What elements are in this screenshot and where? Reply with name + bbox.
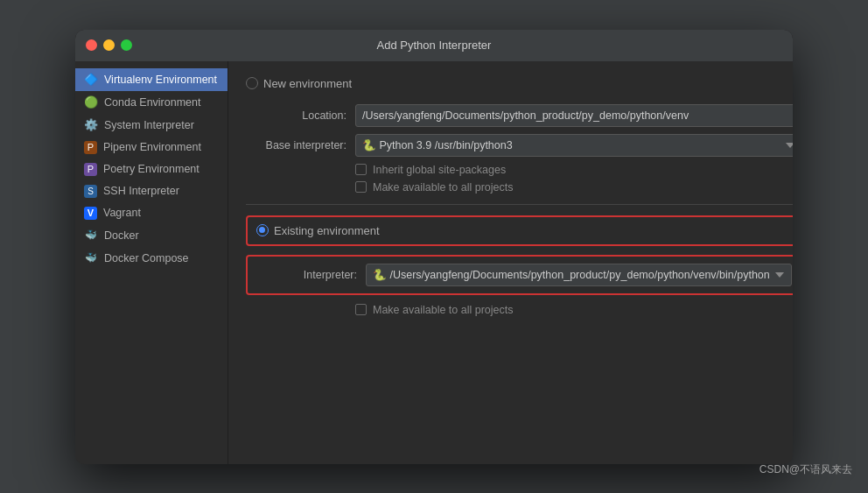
- conda-icon: 🟢: [84, 95, 98, 109]
- sidebar-item-label: Conda Environment: [104, 96, 200, 109]
- system-icon: ⚙️: [84, 118, 98, 132]
- sidebar: 🔷 Virtualenv Environment 🟢 Conda Environ…: [75, 61, 228, 464]
- sidebar-item-label: System Interpreter: [104, 119, 194, 131]
- location-field-container: 📁: [355, 104, 793, 127]
- base-interpreter-select[interactable]: 🐍 Python 3.9 /usr/bin/python3: [355, 134, 793, 157]
- sidebar-item-label: Pipenv Environment: [103, 141, 201, 153]
- base-interpreter-label: Base interpreter:: [246, 139, 346, 151]
- ssh-icon: S: [84, 185, 97, 198]
- sidebar-item-label: Docker Compose: [104, 252, 189, 264]
- sidebar-item-label: SSH Interpreter: [103, 185, 179, 197]
- maximize-button[interactable]: [121, 39, 132, 51]
- title-bar: Add Python Interpreter: [75, 30, 793, 61]
- watermark: CSDN@不语风来去: [760, 462, 852, 477]
- main-content: New environment Location: 📁 Base interpr…: [228, 61, 793, 464]
- sidebar-item-docker[interactable]: 🐳 Docker: [75, 224, 228, 247]
- available2-label: Make available to all projects: [373, 304, 514, 316]
- interpreter-section: Interpreter: 🐍 /Users/yangfeng/Documents…: [246, 255, 793, 295]
- existing-environment-label: Existing environment: [274, 224, 380, 237]
- existing-environment-section: Existing environment: [246, 215, 793, 246]
- sidebar-item-conda[interactable]: 🟢 Conda Environment: [75, 91, 228, 114]
- available-checkbox-row: Make available to all projects: [246, 181, 793, 194]
- sidebar-item-pipenv[interactable]: P Pipenv Environment: [75, 137, 228, 158]
- existing-environment-radio[interactable]: [256, 224, 269, 236]
- close-button[interactable]: [86, 39, 97, 51]
- environment-radio-group: New environment: [246, 77, 793, 90]
- pipenv-icon: P: [84, 141, 97, 154]
- sidebar-item-docker-compose[interactable]: 🐳 Docker Compose: [75, 247, 228, 270]
- base-interpreter-container: 🐍 Python 3.9 /usr/bin/python3 ...: [355, 134, 793, 157]
- sidebar-item-label: Virtualenv Environment: [104, 74, 217, 86]
- interpreter-label: Interpreter:: [256, 269, 357, 281]
- location-input[interactable]: [355, 104, 793, 127]
- new-environment-option[interactable]: New environment: [246, 77, 352, 90]
- inherit-checkbox[interactable]: [355, 164, 367, 175]
- dialog-title: Add Python Interpreter: [377, 39, 492, 52]
- new-environment-radio[interactable]: [246, 77, 258, 89]
- new-environment-label: New environment: [263, 77, 352, 90]
- available-label: Make available to all projects: [373, 181, 514, 194]
- available-checkbox[interactable]: [355, 181, 367, 193]
- sidebar-item-system[interactable]: ⚙️ System Interpreter: [75, 114, 228, 137]
- available2-checkbox-row: Make available to all projects: [246, 304, 793, 316]
- location-label: Location:: [246, 109, 346, 122]
- poetry-icon: P: [84, 163, 97, 176]
- inherit-label: Inherit global site-packages: [373, 164, 506, 176]
- divider: [246, 204, 793, 205]
- virtualenv-icon: 🔷: [84, 73, 98, 87]
- interpreter-container: 🐍 /Users/yangfeng/Documents/python_produ…: [366, 264, 793, 286]
- existing-environment-option[interactable]: Existing environment: [256, 224, 793, 237]
- sidebar-item-poetry[interactable]: P Poetry Environment: [75, 158, 228, 180]
- sidebar-item-vagrant[interactable]: V Vagrant: [75, 202, 228, 224]
- sidebar-item-ssh[interactable]: S SSH Interpreter: [75, 180, 228, 202]
- window-controls: [86, 39, 132, 51]
- base-interpreter-row: Base interpreter: 🐍 Python 3.9 /usr/bin/…: [246, 134, 793, 157]
- sidebar-item-virtualenv[interactable]: 🔷 Virtualenv Environment: [75, 68, 228, 91]
- sidebar-item-label: Vagrant: [103, 207, 141, 219]
- inherit-checkbox-row: Inherit global site-packages: [246, 164, 793, 176]
- docker-compose-icon: 🐳: [84, 251, 98, 265]
- sidebar-item-label: Poetry Environment: [103, 163, 200, 175]
- docker-icon: 🐳: [84, 229, 98, 243]
- vagrant-icon: V: [84, 207, 97, 220]
- available2-checkbox[interactable]: [355, 304, 367, 315]
- location-row: Location: 📁: [246, 104, 793, 127]
- interpreter-row: Interpreter: 🐍 /Users/yangfeng/Documents…: [256, 264, 793, 286]
- minimize-button[interactable]: [103, 39, 115, 51]
- add-interpreter-dialog: Add Python Interpreter 🔷 Virtualenv Envi…: [75, 30, 793, 464]
- sidebar-item-label: Docker: [104, 229, 139, 242]
- interpreter-select[interactable]: 🐍 /Users/yangfeng/Documents/python_produ…: [366, 264, 792, 286]
- dialog-body: 🔷 Virtualenv Environment 🟢 Conda Environ…: [75, 61, 793, 464]
